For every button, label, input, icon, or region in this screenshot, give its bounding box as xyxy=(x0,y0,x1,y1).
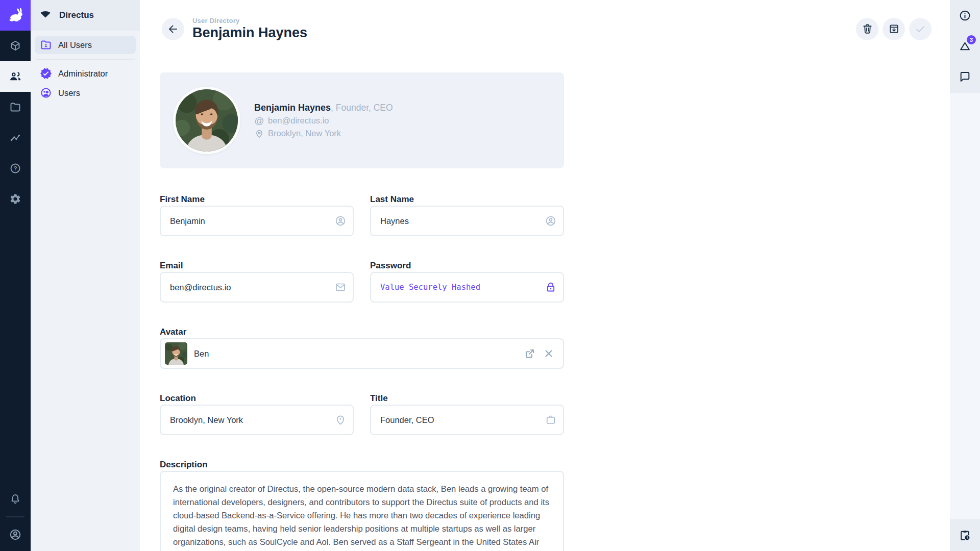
info-icon xyxy=(959,9,971,22)
module-file-library[interactable] xyxy=(0,92,31,122)
module-settings[interactable] xyxy=(0,184,31,214)
account-circle-icon xyxy=(9,528,22,541)
check-icon xyxy=(914,23,926,35)
title-input[interactable] xyxy=(370,405,564,435)
nav-item-users[interactable]: Users xyxy=(35,84,136,102)
nav-item-label: Users xyxy=(58,88,80,98)
map-pin-icon xyxy=(254,129,264,139)
field-label: First Name xyxy=(160,194,354,205)
description-text: As the original creator of Directus, the… xyxy=(173,483,551,551)
avatar-thumbnail[interactable] xyxy=(165,342,187,365)
user-card: Benjamin Haynes, Founder, CEO @ ben@dire… xyxy=(160,72,564,168)
email-input[interactable] xyxy=(160,272,354,303)
rabbit-logo-icon xyxy=(7,7,24,24)
module-documentation[interactable]: ? xyxy=(0,153,31,184)
page-header: User Directory Benjamin Haynes xyxy=(162,17,932,41)
title-block: User Directory Benjamin Haynes xyxy=(192,17,307,41)
nav-list: All Users Administrator Users xyxy=(31,31,140,108)
sidebar-sections: 3 xyxy=(950,0,980,93)
nav-item-label: All Users xyxy=(58,40,92,50)
header-actions xyxy=(856,18,932,40)
user-card-location-line: Brooklyn, New York xyxy=(254,129,393,139)
activity-toggle-button[interactable] xyxy=(950,520,980,550)
main-content: User Directory Benjamin Haynes xyxy=(140,0,950,551)
cube-icon xyxy=(9,40,21,52)
field-label: Title xyxy=(370,393,564,404)
field-last-name: Last Name xyxy=(370,194,564,236)
user-card-info: Benjamin Haynes, Founder, CEO @ ben@dire… xyxy=(254,103,393,139)
page-title: Benjamin Haynes xyxy=(192,25,307,41)
comments-sidebar-button[interactable] xyxy=(950,61,980,92)
field-label: Location xyxy=(160,393,354,404)
gear-icon xyxy=(9,193,21,205)
user-avatar-photo xyxy=(173,87,240,154)
field-title: Title xyxy=(370,393,564,435)
field-description: Description As the original creator of D… xyxy=(160,460,564,551)
user-card-email: ben@directus.io xyxy=(268,116,329,126)
field-location: Location xyxy=(160,393,354,435)
user-card-email-line: @ ben@directus.io xyxy=(254,116,393,126)
delete-button[interactable] xyxy=(856,18,878,40)
field-label: Last Name xyxy=(370,194,564,205)
sidebar-footer xyxy=(950,519,980,551)
bell-icon xyxy=(9,493,21,505)
avatar-file-name: Ben xyxy=(194,349,209,359)
user-card-role: , Founder, CEO xyxy=(331,103,393,113)
nav-sidebar: Directus All Users Administrator xyxy=(31,0,140,551)
directus-logo[interactable] xyxy=(0,0,31,31)
module-content[interactable] xyxy=(0,31,31,61)
description-textarea[interactable]: As the original creator of Directus, the… xyxy=(160,471,564,551)
arrow-left-icon xyxy=(167,23,179,35)
field-label: Description xyxy=(160,460,564,470)
form-row: Description As the original creator of D… xyxy=(160,460,564,551)
folder-icon xyxy=(9,101,21,113)
field-password: Password xyxy=(370,261,564,303)
users-icon xyxy=(9,70,22,83)
sidebar-spacer xyxy=(950,93,980,519)
trash-icon xyxy=(862,23,873,35)
notifications-button[interactable] xyxy=(0,484,31,514)
nav-item-all-users[interactable]: All Users xyxy=(35,36,136,54)
right-sidebar: 3 xyxy=(950,0,980,551)
project-chooser[interactable]: Directus xyxy=(31,0,140,31)
module-bar: ? xyxy=(0,0,31,551)
location-input[interactable] xyxy=(160,405,354,435)
back-button[interactable] xyxy=(162,18,184,40)
form-content: Benjamin Haynes, Founder, CEO @ ben@dire… xyxy=(160,41,564,551)
user-card-name: Benjamin Haynes xyxy=(254,103,331,113)
folder-user-icon xyxy=(40,39,52,51)
project-status-icon xyxy=(39,9,52,22)
nav-item-administrator[interactable]: Administrator xyxy=(35,64,136,83)
launch-icon[interactable] xyxy=(524,347,536,360)
nav-item-label: Administrator xyxy=(58,69,108,79)
field-label: Email xyxy=(160,261,354,271)
first-name-input[interactable] xyxy=(160,206,354,236)
close-icon[interactable] xyxy=(543,347,555,360)
form-row: Email Password xyxy=(160,261,564,303)
archive-button[interactable] xyxy=(883,18,905,40)
info-sidebar-button[interactable] xyxy=(950,0,980,31)
user-card-location: Brooklyn, New York xyxy=(268,129,341,138)
module-bar-spacer xyxy=(0,214,31,484)
module-insights[interactable] xyxy=(0,122,31,153)
module-user-directory[interactable] xyxy=(0,61,31,92)
nav-divider xyxy=(36,59,135,60)
field-email: Email xyxy=(160,261,354,303)
module-bar-divider xyxy=(6,516,24,517)
avatar-file-input[interactable]: Ben xyxy=(160,338,564,369)
field-label: Password xyxy=(370,261,564,271)
revisions-sidebar-button[interactable]: 3 xyxy=(950,31,980,61)
clipboard-clock-icon xyxy=(959,529,971,542)
supervised-user-icon xyxy=(40,87,52,99)
account-menu-button[interactable] xyxy=(0,519,31,550)
insights-icon xyxy=(9,132,21,144)
save-button[interactable] xyxy=(909,18,932,40)
avatar-actions xyxy=(524,347,555,360)
field-avatar: Avatar xyxy=(160,327,564,369)
password-input[interactable] xyxy=(370,272,564,303)
verified-badge-icon xyxy=(40,67,52,80)
last-name-input[interactable] xyxy=(370,206,564,236)
at-icon: @ xyxy=(254,116,264,126)
user-card-name-line: Benjamin Haynes, Founder, CEO xyxy=(254,103,393,113)
field-label: Avatar xyxy=(160,327,564,337)
